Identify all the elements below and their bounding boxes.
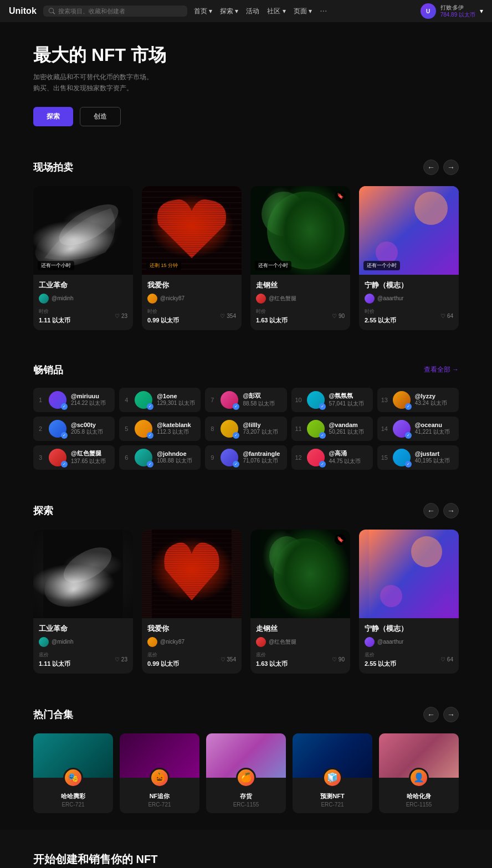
explore-price-2: 0.99 以太币: [147, 660, 179, 668]
explore-price-row-3: 底价 1.63 以太币 ♡ 90: [256, 651, 345, 668]
collection-type-3: ERC-1155: [206, 802, 286, 808]
collections-next-button[interactable]: →: [443, 707, 459, 722]
explore-art-1: [33, 530, 133, 618]
nav-pages[interactable]: 页面 ▾: [294, 7, 312, 16]
seller-item-7[interactable]: 7 ✓ @彭双 88.58 以太币: [205, 388, 286, 412]
seller-item-13[interactable]: 13 ✓ @lyzzy 43.24 以太币: [377, 388, 459, 412]
explore-card-2[interactable]: 我爱你 @nicky87 底价 0.99 以太币 ♡ 354: [142, 530, 242, 674]
auction-header: 现场拍卖 ← →: [33, 160, 459, 175]
seller-item-15[interactable]: 15 ✓ @justart 40,195 以太币: [377, 445, 459, 470]
nft-author-3: @红色蟹腿: [256, 294, 345, 304]
seller-avatar-7: ✓: [221, 391, 238, 409]
search-bar[interactable]: [43, 6, 187, 17]
collection-avatar-wrap-4: 🧊: [293, 768, 372, 788]
user-menu[interactable]: U 打败·多伊 784.89 以太币 ▾: [421, 3, 483, 19]
explore-card-4[interactable]: 宁静（模志） @aaarthur 底价 2.55 以太币 ♡ 64: [359, 530, 459, 674]
explore-price-1: 1.11 以太币: [39, 660, 70, 668]
svg-rect-30: [152, 530, 232, 618]
explore-next-button[interactable]: →: [443, 503, 459, 518]
seller-avatar-8: ✓: [221, 420, 238, 438]
explore-button[interactable]: 探索: [33, 107, 73, 126]
auction-next-button[interactable]: →: [443, 160, 459, 175]
like-num-2: 354: [227, 313, 236, 319]
hot-collections-header: 热门合集 ← →: [33, 707, 459, 722]
explore-price-row-2: 底价 0.99 以太币 ♡ 354: [147, 651, 236, 668]
svg-point-29: [58, 540, 117, 590]
seller-item-11[interactable]: 11 ✓ @vandam 50,261 以太币: [291, 417, 373, 441]
seller-item-5[interactable]: 5 ✓ @kateblank 112.3 以太币: [119, 417, 201, 441]
explore-avatar-1: [39, 637, 49, 647]
bestseller-section: 畅销品 查看全部 → 1 ✓ @miriuuu 214.22 以太币 2 ✓ @…: [0, 347, 492, 486]
nav-community[interactable]: 社区 ▾: [267, 7, 285, 16]
svg-point-54: [411, 536, 442, 567]
seller-avatar-12: ✓: [307, 449, 325, 466]
explore-prev-button[interactable]: ←: [423, 503, 439, 518]
hot-collections-title: 热门合集: [33, 708, 73, 721]
auction-prev-button[interactable]: ←: [423, 160, 439, 175]
svg-point-26: [376, 242, 398, 264]
nav-activity[interactable]: 活动: [246, 7, 259, 16]
collection-name-2: NF追你: [120, 792, 199, 800]
auction-card-1[interactable]: 还有一个小时 工业革命 @midinh 时价 1.11 以太币 ♡ 23: [33, 186, 133, 330]
seller-item-6[interactable]: 6 ✓ @johndoe 108.88 以太币: [119, 445, 201, 470]
price-value-3: 1.63 以太币: [256, 316, 288, 325]
nft-name-2: 我爱你: [147, 280, 236, 290]
explore-card-body-4: 宁静（模志） @aaarthur 底价 2.55 以太币 ♡ 64: [359, 618, 459, 674]
nav-home[interactable]: 首页 ▾: [194, 7, 212, 16]
explore-name-2: 我爱你: [147, 624, 236, 634]
author-name-4: @aaarthur: [377, 295, 403, 301]
explore-price-label-2: 底价: [147, 651, 179, 659]
seller-item-9[interactable]: 9 ✓ @fantraingle 71,076 以太币: [205, 445, 286, 470]
price-label-1: 时价: [39, 308, 70, 315]
seller-item-4[interactable]: 4 ✓ @1one 129,301 以太币: [119, 388, 201, 412]
price-value-4: 2.55 以太币: [365, 316, 396, 325]
create-button[interactable]: 创造: [80, 107, 121, 126]
explore-header: 探索 ← →: [33, 503, 459, 518]
seller-avatar-4: ✓: [135, 391, 152, 409]
nav-explore[interactable]: 探索 ▾: [220, 7, 238, 16]
seller-item-12[interactable]: 12 ✓ @高涌 44.75 以太币: [291, 445, 373, 470]
hot-collections-section: 热门合集 ← → 🎭 哈哈腾彩 ERC-721 🎃 NF追你 ERC-721: [0, 690, 492, 830]
seller-item-2[interactable]: 2 ✓ @sc00ty 205.8 以太币: [33, 417, 115, 441]
svg-point-2: [53, 196, 125, 253]
svg-point-25: [414, 192, 448, 225]
collections-prev-button[interactable]: ←: [423, 707, 439, 722]
explore-card-3[interactable]: 🔖 🔖 走钢丝 @红色蟹腿 底价 1.63 以太币 ♡ 90: [250, 530, 350, 674]
svg-point-21: [262, 192, 306, 236]
seller-item-8[interactable]: 8 ✓ @lillly 73,207 以太币: [205, 417, 286, 441]
collection-card-1[interactable]: 🎭 哈哈腾彩 ERC-721: [33, 733, 113, 813]
explore-image-4: [359, 530, 459, 618]
seller-item-3[interactable]: 3 ✓ @红色蟹腿 137.65 以太币: [33, 445, 115, 470]
nft-card-body-3: 走钢丝 @红色蟹腿 时价 1.63 以太币 ♡ 90: [250, 275, 350, 330]
nft-author-4: @aaarthur: [365, 294, 453, 304]
explore-author-3: @红色蟹腿: [256, 637, 345, 647]
auction-card-2[interactable]: 还剩 15 分钟 我爱你 @nicky87 时价 0.99 以太币 ♡ 354: [142, 186, 242, 330]
search-input[interactable]: [58, 8, 182, 14]
collection-type-1: ERC-721: [33, 802, 113, 808]
auction-card-4[interactable]: 还有一个小时 宁静（模志） @aaarthur 时价 2.55 以太币 ♡ 64: [359, 186, 459, 330]
explore-nav: ← →: [423, 503, 459, 518]
collection-avatar-5: 👤: [409, 768, 429, 788]
collection-card-2[interactable]: 🎃 NF追你 ERC-721: [120, 733, 199, 813]
explore-title: 探索: [33, 504, 53, 517]
collection-name-3: 存货: [206, 792, 286, 800]
explore-author-name-4: @aaarthur: [377, 639, 403, 645]
explore-section: 探索 ← →: [0, 486, 492, 690]
seller-avatar-6: ✓: [135, 449, 152, 466]
price-label-4: 时价: [365, 308, 396, 315]
bestseller-col-3: 7 ✓ @彭双 88.58 以太币 8 ✓ @lillly 73,207 以太币…: [205, 388, 286, 470]
explore-card-1[interactable]: 工业革命 @midinh 底价 1.11 以太币 ♡ 23: [33, 530, 133, 674]
collection-card-3[interactable]: 🍊 存货 ERC-1155: [206, 733, 286, 813]
auction-card-3[interactable]: 🔖 还有一个小时 走钢丝 @红色蟹腿 时价 1.63 以太币 ♡ 90: [250, 186, 350, 330]
bestseller-grid: 1 ✓ @miriuuu 214.22 以太币 2 ✓ @sc00ty 205.…: [33, 388, 459, 470]
seller-item-10[interactable]: 10 ✓ @氛氛氛 57,041 以太币: [291, 388, 373, 412]
nav-more-icon[interactable]: ···: [320, 6, 327, 16]
seller-item-14[interactable]: 14 ✓ @oceanu 41,221 以太币: [377, 417, 459, 441]
nav-menu: 首页 ▾ 探索 ▾ 活动 社区 ▾ 页面 ▾ ···: [194, 6, 414, 16]
view-all-button[interactable]: 查看全部 →: [424, 365, 459, 374]
collection-card-5[interactable]: 👤 哈哈化身 ERC-1155: [379, 733, 459, 813]
collection-card-4[interactable]: 🧊 预测NFT ERC-721: [293, 733, 372, 813]
auction-nav: ← →: [423, 160, 459, 175]
explore-price-3: 1.63 以太币: [256, 660, 288, 668]
seller-item-1[interactable]: 1 ✓ @miriuuu 214.22 以太币: [33, 388, 115, 412]
